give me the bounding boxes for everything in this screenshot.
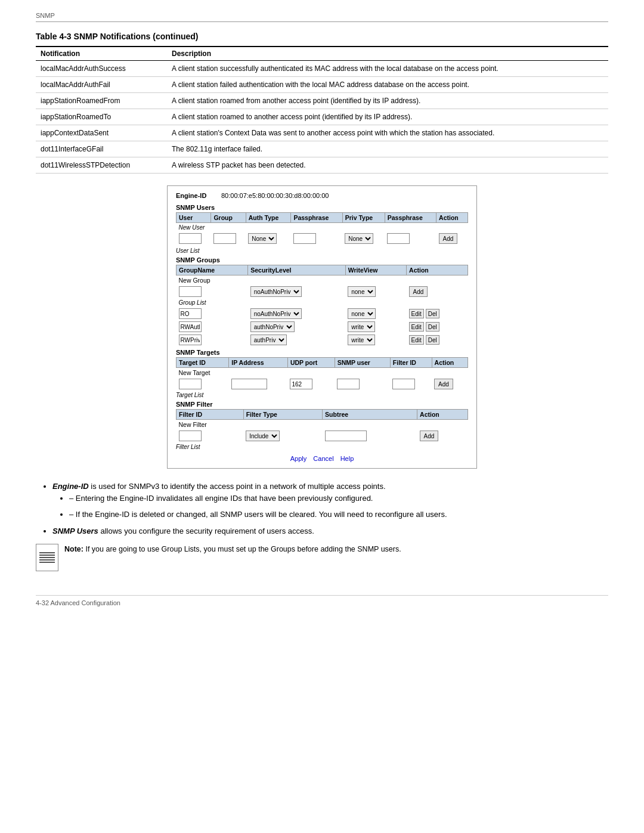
notification-name: localMacAddrAuthSuccess bbox=[36, 61, 167, 77]
page-header: SNMP bbox=[36, 12, 608, 22]
snmp-groups-title: SNMP Groups bbox=[176, 256, 468, 264]
help-link[interactable]: Help bbox=[340, 455, 354, 462]
sub-item-1: Entering the Engine-ID invalidates all e… bbox=[69, 493, 608, 504]
priv-type-select[interactable]: None bbox=[345, 233, 373, 244]
new-user-input[interactable] bbox=[179, 233, 202, 244]
snmp-filter-table: Filter ID Filter Type Subtree Action New… bbox=[176, 409, 468, 442]
note-icon bbox=[36, 544, 58, 571]
col-subtree: Subtree bbox=[323, 410, 417, 420]
sub-item-2: If the Engine-ID is deleted or changed, … bbox=[69, 509, 608, 521]
filter-list-label: Filter List bbox=[176, 444, 468, 450]
col-action-groups: Action bbox=[407, 265, 468, 275]
notification-name: iappContextDataSent bbox=[36, 125, 167, 141]
rwauth-input[interactable] bbox=[179, 321, 202, 332]
passphrase1-input[interactable] bbox=[293, 233, 316, 244]
rwauth-security-select[interactable]: authNoPriv bbox=[250, 321, 295, 332]
ro-security-select[interactable]: noAuthNoPriv bbox=[250, 308, 302, 319]
col-groupname: GroupName bbox=[177, 265, 248, 275]
col-udp-port: UDP port bbox=[287, 358, 335, 368]
footer-text: 4-32 Advanced Configuration bbox=[36, 599, 120, 606]
col-description: Description bbox=[167, 47, 608, 61]
ro-input[interactable] bbox=[179, 308, 202, 319]
ro-del-button[interactable]: Del bbox=[426, 309, 439, 318]
bullet-snmp-users-italic: SNMP Users bbox=[52, 527, 98, 535]
engine-id-label: Engine-ID bbox=[176, 192, 218, 199]
target-udp-input[interactable] bbox=[290, 379, 312, 389]
auth-type-select[interactable]: None bbox=[248, 233, 277, 244]
filter-type-select[interactable]: Include bbox=[246, 431, 280, 441]
note-icon-line5 bbox=[39, 562, 55, 563]
rwpriv-write-select[interactable]: write bbox=[348, 335, 375, 345]
subtree-input[interactable] bbox=[325, 431, 367, 441]
col-target-id: Target ID bbox=[177, 358, 229, 368]
snmp-panel: Engine-ID 80:00:07:e5:80:00:00:30:d8:00:… bbox=[167, 185, 477, 469]
col-filter-id: Filter ID bbox=[390, 358, 432, 368]
ro-write-select[interactable]: none bbox=[348, 308, 376, 319]
apply-link[interactable]: Apply bbox=[290, 455, 307, 462]
ro-edit-button[interactable]: Edit bbox=[409, 309, 424, 318]
group-list-label: Group List bbox=[177, 298, 248, 307]
snmp-filter-title: SNMP Filter bbox=[176, 401, 468, 408]
security-level-select[interactable]: noAuthNoPriv bbox=[250, 286, 302, 297]
rwauth-write-select[interactable]: write bbox=[348, 321, 375, 332]
new-target-row: Add bbox=[177, 377, 468, 391]
add-user-button[interactable]: Add bbox=[439, 233, 458, 244]
filter-id-input[interactable] bbox=[179, 431, 202, 441]
table-row: iappContextDataSentA client station's Co… bbox=[36, 125, 608, 141]
new-group-row: noAuthNoPriv none Add bbox=[177, 285, 468, 298]
col-notification: Notification bbox=[36, 47, 167, 61]
rwpriv-security-select[interactable]: authPriv bbox=[250, 335, 287, 345]
col-snmp-user: SNMP user bbox=[335, 358, 390, 368]
bullet-section: Engine-ID is used for SNMPv3 to identify… bbox=[36, 481, 608, 537]
notifications-table: Notification Description localMacAddrAut… bbox=[36, 46, 608, 174]
col-passphrase1: Passphrase bbox=[291, 213, 342, 223]
new-filter-row: Include Add bbox=[177, 429, 468, 442]
sub-list-engine-id: Entering the Engine-ID invalidates all e… bbox=[52, 493, 608, 521]
col-filter-type: Filter Type bbox=[243, 410, 322, 420]
header-label: SNMP bbox=[36, 12, 55, 19]
col-ip-address: IP Address bbox=[229, 358, 288, 368]
add-target-button[interactable]: Add bbox=[434, 379, 453, 389]
note-text: Note: If you are going to use Group List… bbox=[64, 544, 401, 555]
target-snmp-user-input[interactable] bbox=[337, 379, 360, 389]
notification-name: iappStationRoamedTo bbox=[36, 109, 167, 125]
snmp-targets-title: SNMP Targets bbox=[176, 349, 468, 356]
rwpriv-del-button[interactable]: Del bbox=[426, 335, 439, 345]
add-filter-button[interactable]: Add bbox=[420, 431, 439, 441]
target-ip-input[interactable] bbox=[231, 379, 267, 389]
col-action-targets: Action bbox=[432, 358, 467, 368]
target-filter-id-input[interactable] bbox=[392, 379, 415, 389]
notification-description: The 802.11g interface failed. bbox=[167, 141, 608, 157]
rwpriv-edit-button[interactable]: Edit bbox=[409, 335, 424, 345]
rwauth-edit-button[interactable]: Edit bbox=[409, 322, 424, 332]
note-label: Note: bbox=[64, 545, 83, 553]
group-name-input[interactable] bbox=[179, 286, 202, 297]
target-list-label: Target List bbox=[176, 392, 468, 398]
add-group-button[interactable]: Add bbox=[409, 286, 428, 297]
col-securitylevel: SecurityLevel bbox=[248, 265, 346, 275]
target-id-input[interactable] bbox=[179, 379, 202, 389]
action-links: Apply Cancel Help bbox=[176, 455, 468, 462]
passphrase2-input[interactable] bbox=[387, 233, 410, 244]
cancel-link[interactable]: Cancel bbox=[313, 455, 333, 462]
rwpriv-input[interactable] bbox=[179, 335, 202, 345]
new-user-label: New User bbox=[177, 223, 468, 233]
col-action-filter: Action bbox=[417, 410, 468, 420]
col-passphrase2: Passphrase bbox=[385, 213, 436, 223]
notification-name: iappStationRoamedFrom bbox=[36, 93, 167, 109]
snmp-groups-table: GroupName SecurityLevel WriteView Action… bbox=[176, 265, 468, 346]
rwauth-del-button[interactable]: Del bbox=[426, 322, 439, 332]
note-icon-line1 bbox=[39, 552, 55, 553]
col-group: Group bbox=[211, 213, 246, 223]
table-row: localMacAddrAuthSuccessA client station … bbox=[36, 61, 608, 77]
snmp-users-table: User Group Auth Type Passphrase Priv Typ… bbox=[176, 212, 468, 245]
write-view-select[interactable]: none bbox=[348, 286, 376, 297]
new-group-input[interactable] bbox=[213, 233, 236, 244]
table-title: Table 4-3 SNMP Notifications (continued) bbox=[36, 32, 608, 41]
bullet-snmp-users: SNMP Users allows you configure the secu… bbox=[52, 525, 608, 537]
bullet-engine-id: Engine-ID is used for SNMPv3 to identify… bbox=[52, 481, 608, 521]
notification-name: localMacAddrAuthFail bbox=[36, 77, 167, 93]
user-list-label: User List bbox=[176, 247, 468, 254]
notification-description: A client station roamed to another acces… bbox=[167, 109, 608, 125]
snmp-users-title: SNMP Users bbox=[176, 204, 468, 211]
